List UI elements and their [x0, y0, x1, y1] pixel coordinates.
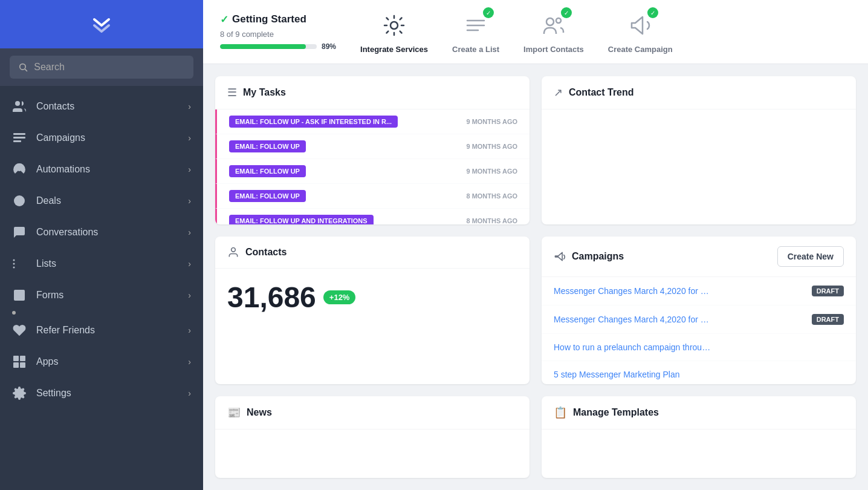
main-content: ✓ Getting Started 8 of 9 complete 89% In… [203, 0, 868, 490]
lists-icon [12, 256, 27, 271]
svg-point-31 [232, 247, 236, 252]
contact-trend-body [542, 109, 856, 224]
svg-point-25 [390, 22, 398, 29]
svg-point-15 [13, 267, 15, 269]
forms-chevron-icon: › [188, 290, 191, 300]
search-input[interactable] [34, 62, 185, 73]
sidebar-item-refer-friends[interactable]: Refer Friends › [0, 315, 203, 346]
task-item[interactable]: EMAIL: FOLLOW UP 8 MONTHS AGO [215, 184, 530, 209]
sidebar-item-deals[interactable]: $ Deals › [0, 185, 203, 217]
conversations-chevron-icon: › [188, 227, 191, 237]
campaign-item[interactable]: Messenger Changes March 4,2020 for Blog.… [542, 277, 856, 305]
gs-step-integrate-services-icon [378, 10, 410, 41]
campaigns-megaphone-icon [554, 250, 566, 263]
sidebar-item-campaigns[interactable]: Campaigns › [0, 122, 203, 154]
svg-point-14 [13, 263, 15, 265]
contacts-summary-header: Contacts [215, 237, 530, 269]
create-new-button[interactable]: Create New [777, 246, 844, 267]
sidebar-item-settings-label: Settings [36, 388, 71, 399]
gs-step-create-campaign[interactable]: ✓ Create Campaign [608, 10, 673, 54]
lists-chevron-icon: › [188, 259, 191, 269]
gs-step-import-contacts-icon: ✓ [538, 10, 569, 41]
campaigns-scroll-container[interactable]: Messenger Changes March 4,2020 for Blog.… [542, 277, 856, 385]
campaign-name: Messenger Changes March 4,2020 for VL c.… [554, 315, 711, 324]
sidebar-item-campaigns-label: Campaigns [36, 132, 85, 143]
create-a-list-check-icon: ✓ [483, 7, 494, 18]
task-item[interactable]: EMAIL: FOLLOW UP 9 MONTHS AGO [215, 134, 530, 159]
svg-rect-4 [13, 137, 25, 139]
svg-point-13 [13, 260, 15, 261]
task-item[interactable]: EMAIL: FOLLOW UP AND INTEGRATIONS 8 MONT… [215, 209, 530, 224]
campaigns-card-header: Campaigns Create New [542, 237, 856, 277]
news-body [215, 430, 530, 478]
settings-chevron-icon: › [188, 388, 191, 398]
conversations-icon [12, 225, 27, 240]
contacts-summary-title: Contacts [245, 247, 287, 258]
task-badge: EMAIL: FOLLOW UP [229, 140, 306, 152]
megaphone-icon [628, 13, 652, 38]
sidebar-item-contacts-label: Contacts [36, 101, 74, 112]
gs-step-import-contacts[interactable]: ✓ Import Contacts [523, 10, 584, 54]
my-tasks-card: ☰ My Tasks EMAIL: FOLLOW UP - ASK IF INT… [215, 76, 530, 224]
svg-point-2 [15, 101, 20, 106]
gs-progress-fill [220, 44, 306, 49]
gs-step-integrate-services[interactable]: Integrate Services [360, 10, 428, 54]
gs-step-create-a-list-label: Create a List [452, 45, 499, 54]
gs-title: ✓ Getting Started [220, 13, 336, 26]
contact-trend-card: ↗ Contact Trend [542, 76, 856, 224]
sidebar-item-lists[interactable]: Lists › [0, 248, 203, 279]
sidebar-item-settings[interactable]: Settings › [0, 377, 203, 409]
sidebar-item-contacts[interactable]: Contacts › [0, 91, 203, 122]
sidebar-item-conversations[interactable]: Conversations › [0, 217, 203, 248]
my-tasks-title: My Tasks [243, 87, 286, 98]
gs-step-create-a-list[interactable]: ✓ Create a List [452, 10, 499, 54]
news-title: News [247, 407, 272, 418]
svg-rect-21 [20, 356, 25, 361]
svg-point-30 [556, 18, 561, 23]
campaign-name: 5 step Messenger Marketing Plan [554, 370, 680, 379]
task-item[interactable]: EMAIL: FOLLOW UP 9 MONTHS AGO [215, 159, 530, 184]
tasks-list-icon: ☰ [227, 86, 237, 99]
sidebar-nav: Contacts › Campaigns › Automations › $ D… [0, 86, 203, 490]
campaign-name: Messenger Changes March 4,2020 for Blog.… [554, 286, 711, 296]
deals-chevron-icon: › [188, 196, 191, 206]
gs-step-import-contacts-label: Import Contacts [523, 45, 584, 54]
refer-friends-chevron-icon: › [188, 325, 191, 335]
getting-started-bar: ✓ Getting Started 8 of 9 complete 89% In… [203, 0, 868, 64]
gs-progress-label: 89% [322, 42, 336, 51]
task-time: 9 MONTHS AGO [466, 143, 517, 150]
svg-rect-5 [13, 140, 21, 142]
task-badge: EMAIL: FOLLOW UP - ASK IF INTERESTED IN … [229, 116, 398, 128]
tasks-scroll-container[interactable]: EMAIL: FOLLOW UP - ASK IF INTERESTED IN … [215, 109, 530, 224]
campaign-item[interactable]: How to run a prelaunch campaign through … [542, 334, 856, 361]
manage-templates-card: 📋 Manage Templates [542, 396, 856, 478]
apps-chevron-icon: › [188, 357, 191, 367]
svg-rect-20 [13, 356, 19, 361]
sidebar-item-forms[interactable]: Forms › [0, 279, 203, 311]
contacts-count-number: 31,686 [227, 281, 316, 314]
svg-rect-23 [20, 362, 25, 368]
settings-icon [12, 386, 27, 400]
forms-icon [12, 288, 27, 302]
sidebar: Contacts › Campaigns › Automations › $ D… [0, 0, 203, 490]
campaign-item[interactable]: Messenger Changes March 4,2020 for VL c.… [542, 305, 856, 334]
task-item[interactable]: EMAIL: FOLLOW UP - ASK IF INTERESTED IN … [215, 109, 530, 134]
gs-step-create-a-list-icon: ✓ [460, 10, 491, 41]
campaign-item[interactable]: 5 step Messenger Marketing Plan [542, 361, 856, 385]
contacts-icon [12, 99, 27, 114]
svg-line-1 [25, 69, 27, 71]
task-badge: EMAIL: FOLLOW UP AND INTEGRATIONS [229, 215, 374, 224]
sidebar-item-refer-friends-label: Refer Friends [36, 325, 95, 336]
contact-trend-header: ↗ Contact Trend [542, 76, 856, 109]
contacts-count-body: 31,686 +12% [215, 269, 530, 326]
campaign-status-badge: DRAFT [812, 314, 844, 325]
gs-subtitle: 8 of 9 complete [220, 30, 336, 39]
svg-point-0 [20, 64, 25, 70]
manage-templates-header: 📋 Manage Templates [542, 396, 856, 430]
sidebar-item-deals-label: Deals [36, 195, 61, 206]
sidebar-item-automations[interactable]: Automations › [0, 154, 203, 185]
users-icon [542, 13, 566, 38]
deals-icon: $ [12, 194, 27, 208]
sidebar-item-automations-label: Automations [36, 164, 90, 175]
sidebar-item-apps[interactable]: Apps › [0, 346, 203, 377]
